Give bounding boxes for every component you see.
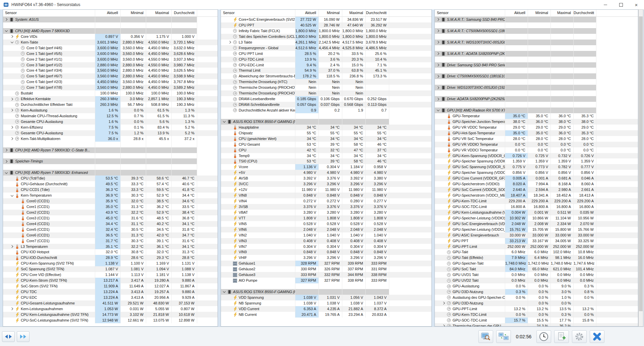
column-header-maximal[interactable]: Maximal: [342, 10, 365, 16]
minimize-button[interactable]: [598, 0, 613, 9]
sensor-row[interactable]: Core+SoC Energieverbrauch (SVI2 TFN)27.7…: [221, 17, 431, 22]
sensor-row[interactable]: Abweichung der Stromverbrauchs-Berichter…: [221, 73, 431, 79]
sensor-row[interactable]: Core 0 Takt (perf #4/6)3,600.0 MHz3,560.…: [3, 45, 218, 51]
sensor-row[interactable]: VDD Current6.353 A4.235 A21.882 A8.372 A: [221, 306, 431, 312]
chevron-down-icon[interactable]: [10, 195, 14, 196]
sensor-row[interactable]: CPU (Tctl/Tdie)53.5 °C39.3 °C58.6 °C46.7…: [3, 176, 218, 181]
maximize-button[interactable]: [613, 0, 629, 9]
sensor-row[interactable]: Core 3 Takt (perf #1/2)2,880.0 MHz2,880.…: [3, 62, 218, 68]
sensor-row[interactable]: CPU PPT40.525 W28.746 W47.640 W36.292 W: [221, 22, 431, 28]
sensor-row[interactable]: GPU-Auslastung0.0 %0.0 %9.0 %0.3 %: [435, 283, 638, 289]
column-header-minimal[interactable]: Minimal: [120, 10, 146, 16]
chevron-right-icon[interactable]: [436, 87, 441, 89]
sensor-row[interactable]: VIN80.848 V0.848 V0.848 V0.848 V: [221, 193, 431, 198]
sensor-row[interactable]: Thermische Grenzen der GPU24.3 %36.2 %: [435, 323, 638, 327]
sensor-row[interactable]: SoC Spannung (SVI2 TFN)1.087 V1.081 V1.0…: [3, 266, 218, 272]
sensor-row[interactable]: CPU (gewichteter Wert)34 °C34 °C34 °C34 …: [221, 136, 431, 142]
chevron-right-icon[interactable]: [10, 126, 14, 128]
column-header-minimal[interactable]: Minimal: [528, 10, 550, 16]
chevron-right-icon[interactable]: [10, 138, 14, 140]
column-header-sensor[interactable]: Sensor: [221, 10, 295, 16]
sensor-row[interactable]: GPU-Speicher Spannung (VDDCI_MEM)0.856 V…: [435, 170, 638, 176]
sensor-row[interactable]: Core4 (CCD1)34.4 °C31.1 °C40.2 °C34.1 °C: [3, 221, 218, 227]
sensor-row[interactable]: VBAT3.280 V3.280 V3.280 V3.280 V: [221, 210, 431, 215]
sensor-row[interactable]: CPU42 °C32 °C47 °C37 °C: [221, 147, 431, 153]
column-header-sensor[interactable]: Sensor: [3, 10, 95, 16]
sensor-row[interactable]: VDD Spannung1.038 V1.031 V1.056 V1.043 V: [221, 295, 431, 300]
sensor-row[interactable]: Hauptplatine34 °C34 °C34 °C34 °C: [221, 125, 431, 130]
column-header-sensor[interactable]: Sensor: [435, 10, 505, 16]
sensor-row[interactable]: L3 Takte4,261.1 MHz2,142.5 MHz4,517.5 MH…: [221, 40, 431, 45]
sensor-row[interactable]: CPU-Kern-Spannung (SVI2 TFN)1.138 V1.100…: [3, 261, 218, 266]
sensor-row[interactable]: CPU-EDC-Limit9.4 %2.4 %15.0 %7.1 %: [221, 62, 431, 68]
sensor-row[interactable]: CPU-IOD-Durchschnitt28.9 °C28.6 °C29.3 °…: [3, 255, 218, 261]
sensor-row[interactable]: CPU PPT Limit28.5 %20.2 %33.5 %25.6 %: [221, 51, 431, 57]
sensor-row[interactable]: VTT1.808 V1.808 V1.808 V1.808 V: [221, 215, 431, 221]
sensor-row[interactable]: Gesamte CPU-Auslastung7.5 %1.2 %13.9 %5.…: [3, 130, 218, 136]
sensor-row[interactable]: Temp934 °C34 °C34 °C34 °C: [221, 153, 431, 159]
column-header-minimal[interactable]: Minimal: [318, 10, 342, 16]
sensor-row[interactable]: Core 5 Takt (perf #6/7)3,560.0 MHz2,880.…: [3, 73, 218, 79]
sensor-row[interactable]: CPU Core VID (Effective)1.144 V1.113 V1.…: [3, 272, 218, 278]
sensor-row[interactable]: GPU-Speicher-Leistung (VDDCI_MEM)15.761 …: [435, 227, 638, 232]
sensor-row[interactable]: GPU-Kern-TDC-Limit229.200 A229.200 A229.…: [435, 198, 638, 204]
sensor-row[interactable]: GPU D3D-Nutzung0.0 %0.0 %: [435, 300, 638, 306]
sensor-row[interactable]: GPU-Speicherstrom (VDDIO)8.020 A7.994 A8…: [435, 181, 638, 187]
sensor-row[interactable]: Core 6 Takt (perf #2/3)4,450.0 MHz3,560.…: [3, 79, 218, 85]
section-row[interactable]: S.M.A.R.T.: Samsung SSD 840 PRO Series (…: [435, 17, 638, 22]
sensor-row[interactable]: Kern-Effizienz7.5 %0.1 %83.4 %5.2 %: [3, 125, 218, 130]
sensor-row[interactable]: GPU SoC Spannung (VDDCR_SOC)0.775 V0.773…: [435, 164, 638, 170]
sensor-row[interactable]: CPU TDC13.224 A3.413 A19.257 A9.880 A: [3, 289, 218, 295]
sensor-row[interactable]: CPU-Gehäuse (Durchschnitt)49.5 °C33.3 °C…: [3, 181, 218, 187]
sensor-row[interactable]: Infinity Fabric Takt (FCLK)1,800.0 MHz1,…: [221, 28, 431, 34]
chevron-right-icon[interactable]: [436, 41, 441, 43]
sensor-row[interactable]: GPU-SOC-TDC-Limit16.800 A16.800 A16.800 …: [435, 204, 638, 210]
sensor-row[interactable]: Core 1 Takt (perf #5/5)3,600.0 MHz3,560.…: [3, 51, 218, 57]
sensor-row[interactable]: VIN70.304 V0.304 V0.304 V0.304 V: [221, 244, 431, 250]
sensor-row[interactable]: AVSB3.392 V3.376 V3.392 V3.380 V: [221, 176, 431, 181]
sensor-row[interactable]: Gehäuse2330 RPM326 RPM337 RPM331 RPM: [221, 266, 431, 272]
sensor-row[interactable]: GPU-Speicher Spannung (VDDIO)1.359 V1.35…: [435, 158, 638, 164]
sensor-row[interactable]: Thermische Drosselung (HTC)NeinNeinNein: [221, 79, 431, 85]
column-header-aktuell[interactable]: Aktuell: [95, 10, 120, 16]
sensor-row[interactable]: CPU-TDC-Limit13.9 %3.6 %20.3 %10.4 %: [221, 57, 431, 62]
sensor-row[interactable]: Core 7 Takt (perf #7/8)3,560.0 MHz2,880.…: [3, 85, 218, 90]
chevron-down-icon[interactable]: [222, 121, 227, 122]
sensor-row[interactable]: +5V4.980 V4.980 V4.980 V4.980 V: [221, 170, 431, 176]
navigate-arrows-button[interactable]: [2, 331, 15, 342]
section-row[interactable]: GPU [#0]: AMD Radeon RX 5700 XT:: [435, 108, 638, 113]
sensor-row[interactable]: GPU-SOC-TDC-Limit15.7 %15.5 %17.7 %15.8 …: [435, 318, 638, 323]
sensor-row[interactable]: CPU-SoC-Leistungsaufnahme (SVI2 TFN)12.9…: [3, 318, 218, 323]
scrollbar[interactable]: [638, 9, 643, 327]
column-header-aktuell[interactable]: Aktuell: [295, 10, 318, 16]
sensor-row[interactable]: VHIF3.296 V3.296 V3.296 V3.296 V: [221, 255, 431, 261]
sensor-row[interactable]: Core2 (CCD1)43.9 °C32.2 °C52.9 °C38.4 °C: [3, 210, 218, 215]
sensor-row[interactable]: Kern-Auslastung1.6 %0.0 %61.5 %1.3 %: [3, 108, 218, 113]
sensor-row[interactable]: CPU Gesamt53 °C39 °C58 °C46 °C: [221, 142, 431, 147]
sensor-row[interactable]: Core VIDs0.897 V0.356 V1.175 V1.000 V: [3, 34, 218, 40]
sensor-row[interactable]: GPU SoC Takt84.0 MHz65.0 MHz621.0 MHz101…: [435, 266, 638, 272]
sensor-row[interactable]: Thermische Drosselung (PROCHOT EXT)NeinN…: [221, 90, 431, 96]
sensor-row[interactable]: GPU VR VDDCI Temperatur0.0 °C0.0 °C0.0 °…: [435, 147, 638, 153]
sensor-row[interactable]: GPU VR SoC Temperatur28.0 °C28.0 °C28.0 …: [435, 136, 638, 142]
sensor-row[interactable]: GPU UVD1 Takt0.0 MHz0.0 MHz0.0 MHz0.0 MH…: [435, 272, 638, 278]
sensor-row[interactable]: SoC-Strom (SVI2 TFN)11.909 A11.649 A12.0…: [3, 283, 218, 289]
chevron-right-icon[interactable]: [10, 98, 14, 100]
sensor-row[interactable]: Bustakt100.0 MHz100.0 MHz100.0 MHz100.0 …: [3, 90, 218, 96]
sensor-row[interactable]: GPU-Kern-TDC-Limit0.0 %0.0 %0.3 %0.0 %: [435, 312, 638, 318]
chevron-right-icon[interactable]: [10, 109, 14, 111]
section-row[interactable]: CPU [#0]: AMD Ryzen 7 5800X3D: Enhanced: [3, 170, 218, 176]
chevron-right-icon[interactable]: [10, 36, 14, 38]
chevron-down-icon[interactable]: [4, 30, 9, 31]
close-window-button[interactable]: ×: [629, 0, 644, 9]
sensor-row[interactable]: NB Current20.471 A19.765 A23.294 A20.833…: [221, 312, 431, 318]
chevron-down-icon[interactable]: [4, 172, 9, 174]
section-row[interactable]: Speicher-Timings: [3, 158, 218, 164]
section-row[interactable]: CPU [#0]: AMD Ryzen 7 5800X3D: [3, 28, 218, 34]
section-row[interactable]: S.M.A.R.T.: CT500MX500SSD1 (1801E1094C..…: [435, 28, 638, 34]
sensor-row[interactable]: DRAM-Lesebandbreite0.185 Gbps0.106 Gbps0…: [221, 96, 431, 102]
sensor-row[interactable]: GPU VR VDDIO Temperatur0.0 °C0.0 °C0.0 °…: [435, 142, 638, 147]
sensor-row[interactable]: Core 2 Takt (perf #1/1)3,600.0 MHz3,560.…: [3, 57, 218, 62]
report-add-button[interactable]: [554, 330, 569, 343]
section-row[interactable]: S.M.A.R.T.: ADATA SX8200PNP (2K292926S..…: [435, 51, 638, 57]
